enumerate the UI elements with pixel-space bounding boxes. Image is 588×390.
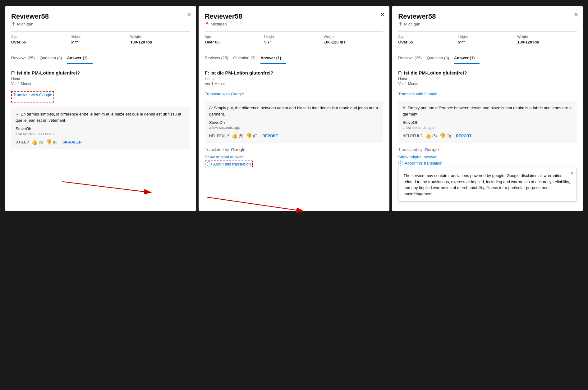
stat-age-value-2: Over 65 — [205, 40, 220, 44]
location-3: 📍 Michigan — [398, 22, 577, 26]
report-link-3[interactable]: REPORT — [456, 134, 471, 138]
info-icon-3: i — [398, 161, 403, 166]
upvote-count-1: (5) — [39, 140, 43, 144]
stats-row-3: Age Over 65 Height 5'7" Weight 100-120 l… — [398, 31, 577, 48]
tabs-3: Reviews (25) Question (3) Answer (1) — [398, 53, 577, 64]
question-author-2: Hana — [205, 77, 384, 81]
show-original-link-3[interactable]: Show original answer — [398, 155, 577, 159]
stat-weight-value-3: 100-120 lbs — [517, 40, 539, 44]
translated-by-label-3: Translated by — [398, 147, 422, 152]
thumbs-up-icon-2: 👍 — [232, 133, 238, 139]
about-translation-link-2[interactable]: i About this translation — [207, 161, 251, 166]
stat-height-label-2: Height — [264, 35, 320, 39]
stat-age-value-1: Over 65 — [11, 40, 26, 44]
translate-wrapper-1: Translate with Google — [11, 91, 190, 102]
question-title-3: F: Ist die PM-Lotion glutenfrei? — [398, 70, 577, 75]
question-section-3: F: Ist die PM-Lotion glutenfrei? Hana Vo… — [398, 70, 577, 86]
translate-link-3[interactable]: Translate with Google — [398, 92, 437, 96]
thumbs-down-icon-2: 👎 — [246, 133, 252, 139]
tabs-2: Reviews (25) Question (3) Answer (1) — [205, 53, 384, 64]
tab-questions-2[interactable]: Question (3) — [233, 53, 261, 64]
stats-row-1: Age Over 65 Height 5'7" Weight 100-120 l… — [11, 31, 190, 48]
question-section-2: F: Ist die PM-Lotion glutenfrei? Hana Vo… — [205, 70, 384, 86]
thumbs-up-icon-3: 👍 — [425, 133, 431, 139]
helpful-row-1: UTILE? 👍 (5) 👎 (0) SIGNALER — [16, 139, 186, 145]
stat-age-1: Age Over 65 — [11, 35, 71, 45]
upvote-button-1[interactable]: 👍 (5) — [31, 139, 43, 145]
location-text-1: Michigan — [17, 22, 33, 26]
stats-row-2: Age Over 65 Height 5'7" Weight 100-120 l… — [205, 31, 384, 48]
question-time-2: Vor 1 Monat — [205, 82, 384, 86]
downvote-count-1: (0) — [53, 140, 57, 144]
tab-reviews-1[interactable]: Reviews (25) — [11, 53, 40, 64]
helpful-row-3: HELPFUL? 👍 (5) 👎 (0) REPORT — [402, 133, 572, 139]
google-logo-3: Google — [425, 147, 439, 152]
upvote-button-3[interactable]: 👍 (5) — [425, 133, 437, 139]
answer-time-2: a few seconds ago — [209, 125, 379, 130]
report-link-2[interactable]: REPORT — [263, 134, 278, 138]
tabs-1: Reviews (25) Question (3) Answer (1) — [11, 53, 190, 64]
downvote-button-3[interactable]: 👎 (0) — [439, 133, 451, 139]
question-title-2: F: Ist die PM-Lotion glutenfrei? — [205, 70, 384, 75]
show-original-link-2[interactable]: Show original answer — [205, 155, 384, 159]
stat-age-3: Age Over 65 — [398, 35, 458, 45]
tab-questions-1[interactable]: Question (3) — [40, 53, 67, 64]
stat-height-label-1: Height — [71, 35, 127, 39]
answer-text-1: R: En termes simples, la différence entr… — [16, 111, 186, 123]
reviewer-name-1: Reviewer58 — [11, 12, 190, 20]
tab-reviews-3[interactable]: Reviews (25) — [398, 53, 427, 64]
close-button-3[interactable]: × — [574, 11, 578, 18]
tab-answers-3[interactable]: Answer (1) — [454, 53, 480, 64]
translated-by-3: Translated by Google — [398, 147, 577, 152]
helpful-label-3: HELPFUL? — [402, 134, 423, 138]
stat-weight-value-2: 100-120 lbs — [324, 40, 346, 44]
downvote-button-1[interactable]: 👎 (0) — [46, 139, 57, 145]
panel-1: × Reviewer58 📍 Michigan Age Over 65 Heig… — [5, 6, 196, 211]
upvote-count-3: (5) — [432, 134, 437, 138]
answer-box-1: R: En termes simples, la différence entr… — [11, 107, 190, 149]
tooltip-close-button-3[interactable]: × — [571, 171, 573, 176]
stat-age-label-2: Age — [205, 35, 261, 39]
stat-weight-value-1: 100-120 lbs — [130, 40, 152, 44]
downvote-button-2[interactable]: 👎 (0) — [246, 133, 258, 139]
tooltip-text-3: The service may contain translations pow… — [403, 173, 570, 196]
tab-answers-1[interactable]: Answer (1) — [67, 53, 92, 64]
panel-3: × Reviewer58 📍 Michigan Age Over 65 Heig… — [392, 6, 583, 211]
question-author-1: Hana — [11, 77, 190, 81]
location-1: 📍 Michigan — [11, 22, 190, 26]
upvote-button-2[interactable]: 👍 (5) — [232, 133, 243, 139]
answer-text-3: A: Simply put, the difference between de… — [402, 105, 572, 117]
location-icon-2: 📍 — [205, 22, 209, 26]
question-author-3: Hana — [398, 77, 577, 81]
tab-answers-2[interactable]: Answer (1) — [260, 53, 286, 64]
close-button-2[interactable]: × — [380, 11, 384, 18]
answer-box-3: A: Simply put, the difference between de… — [398, 101, 577, 143]
about-translation-link-3[interactable]: i About this translation — [398, 161, 577, 166]
about-highlight-2: i About this translation — [205, 161, 253, 167]
stat-height-value-2: 5'7" — [264, 40, 272, 44]
tab-questions-3[interactable]: Question (3) — [427, 53, 454, 64]
close-button-1[interactable]: × — [187, 11, 191, 18]
translate-link-2[interactable]: Translate with Google — [205, 92, 244, 96]
question-title-1: F: Ist die PM-Lotion glutenfrei? — [11, 70, 190, 75]
stat-height-1: Height 5'7" — [71, 35, 131, 45]
stat-height-label-3: Height — [458, 35, 514, 39]
translate-link-1[interactable]: Translate with Google — [13, 93, 52, 97]
stat-age-label-3: Age — [398, 35, 454, 39]
location-icon-3: 📍 — [398, 22, 403, 26]
report-link-1[interactable]: SIGNALER — [62, 140, 82, 144]
question-time-3: Vor 1 Monat — [398, 82, 577, 86]
reviewer-name-2: Reviewer58 — [205, 12, 384, 20]
tooltip-popup-3: × The service may contain translations p… — [398, 168, 577, 202]
stat-height-value-3: 5'7" — [458, 40, 465, 44]
question-section-1: F: Ist die PM-Lotion glutenfrei? Hana Vo… — [11, 70, 190, 86]
stat-age-2: Age Over 65 — [205, 35, 264, 45]
answer-box-2: A: Simply put, the difference between de… — [205, 101, 384, 143]
tab-reviews-2[interactable]: Reviews (25) — [205, 53, 233, 64]
location-text-2: Michigan — [211, 22, 227, 26]
upvote-count-2: (5) — [239, 134, 243, 138]
answer-author-3: SteveOh — [402, 120, 572, 125]
location-text-3: Michigan — [404, 22, 420, 26]
stat-age-value-3: Over 65 — [398, 40, 413, 44]
stat-weight-label-2: Weight — [324, 35, 380, 39]
